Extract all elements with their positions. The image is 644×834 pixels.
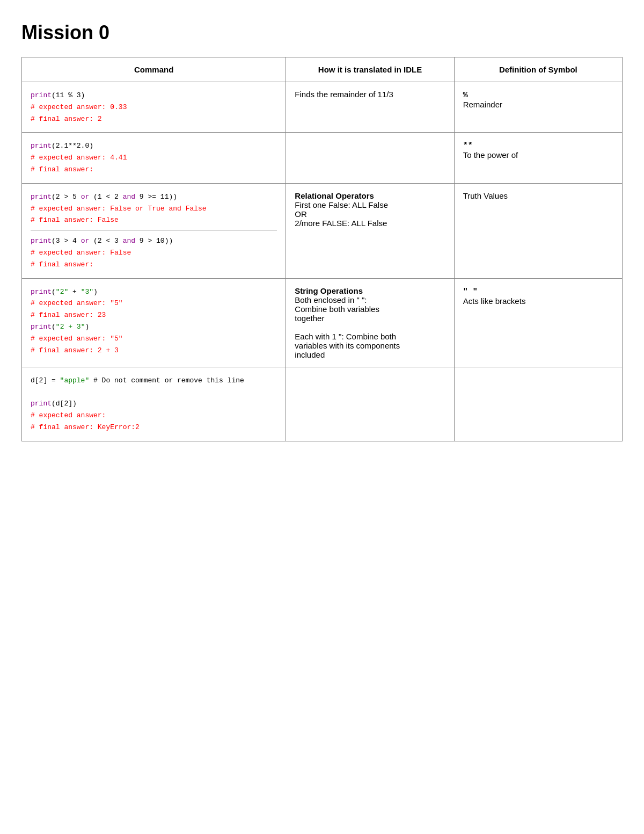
code-comment-line: # final answer: 23	[31, 311, 106, 319]
code-comment-line: # final answer:	[31, 165, 93, 173]
translated-line: Each with 1 ": Combine both	[295, 332, 396, 341]
table-row: print("2" + "3") # expected answer: "5" …	[22, 278, 623, 367]
code-comment-line: # final answer: KeyError:2	[31, 423, 140, 431]
table-row: print(11 % 3) # expected answer: 0.33 # …	[22, 82, 623, 133]
command-cell-dict: d[2] = "apple" # Do not comment or remov…	[22, 367, 286, 441]
code-comment-line: # final answer:	[31, 260, 93, 269]
code-line: print("2 + 3")	[31, 323, 89, 331]
translated-line: 2/more FALSE: ALL False	[295, 219, 387, 228]
code-comment-line: # expected answer: "5"	[31, 335, 123, 343]
definition-cell-power: ** To the power of	[454, 133, 622, 183]
code-line: print(d[2])	[31, 400, 77, 408]
translated-cell-string: String Operations Both enclosed in " ": …	[286, 278, 454, 367]
translated-title: String Operations	[295, 286, 363, 295]
code-comment-line: # final answer: 2 + 3	[31, 346, 119, 354]
table-row: print(2 > 5 or (1 < 2 and 9 >= 11)) # ex…	[22, 183, 623, 278]
translated-line: included	[295, 350, 325, 359]
header-translated: How it is translated in IDLE	[286, 57, 454, 82]
definition-cell-dict	[454, 367, 622, 441]
translated-line: First one False: ALL False	[295, 200, 388, 209]
translated-title: Relational Operators	[295, 191, 374, 200]
translated-cell-dict	[286, 367, 454, 441]
code-comment-line: # final answer: False	[31, 216, 119, 224]
translated-cell-remainder: Finds the remainder of 11/3	[286, 82, 454, 133]
definition-cell-remainder: % Remainder	[454, 82, 622, 133]
translated-line: variables with its components	[295, 341, 400, 350]
definition-text: Truth Values	[463, 191, 508, 200]
translated-line: OR	[295, 209, 307, 219]
code-comment-line: # expected answer: "5"	[31, 299, 123, 307]
header-command: Command	[22, 57, 286, 82]
definition-cell-string: " " Acts like brackets	[454, 278, 622, 367]
code-line: print(2.1**2.0)	[31, 142, 93, 150]
definition-symbol: **	[463, 141, 473, 150]
code-comment-line: # expected answer: 0.33	[31, 103, 127, 111]
translated-line: Both enclosed in " ":	[295, 295, 367, 304]
table-row: print(2.1**2.0) # expected answer: 4.41 …	[22, 133, 623, 183]
code-comment-line: # expected answer: False	[31, 249, 131, 257]
code-line: print("2" + "3")	[31, 288, 98, 296]
code-line: print(3 > 4 or (2 < 3 and 9 > 10))	[31, 237, 173, 245]
code-line: print(11 % 3)	[31, 91, 85, 99]
command-cell-remainder: print(11 % 3) # expected answer: 0.33 # …	[22, 82, 286, 133]
page-title: Mission 0	[21, 21, 623, 44]
code-comment-line: # expected answer: 4.41	[31, 154, 127, 162]
command-cell-power: print(2.1**2.0) # expected answer: 4.41 …	[22, 133, 286, 183]
code-line: d[2] = "apple" # Do not comment or remov…	[31, 376, 244, 385]
table-header-row: Command How it is translated in IDLE Def…	[22, 57, 623, 82]
code-line: print(2 > 5 or (1 < 2 and 9 >= 11))	[31, 193, 177, 201]
translated-cell-power	[286, 133, 454, 183]
header-definition: Definition of Symbol	[454, 57, 622, 82]
definition-symbol: %	[463, 91, 468, 100]
definition-text: To the power of	[463, 150, 518, 159]
command-cell-string: print("2" + "3") # expected answer: "5" …	[22, 278, 286, 367]
translated-line: together	[295, 314, 324, 323]
main-table: Command How it is translated in IDLE Def…	[21, 57, 623, 441]
translated-text: Finds the remainder of 11/3	[295, 90, 393, 99]
command-cell-relational: print(2 > 5 or (1 < 2 and 9 >= 11)) # ex…	[22, 183, 286, 278]
translated-line: Combine both variables	[295, 304, 379, 314]
code-comment-line: # expected answer:	[31, 411, 106, 419]
cell-divider	[31, 230, 277, 231]
definition-text: Remainder	[463, 100, 502, 109]
code-comment-line: # expected answer: False or True and Fal…	[31, 205, 207, 213]
definition-symbol: " "	[463, 287, 478, 296]
definition-cell-relational: Truth Values	[454, 183, 622, 278]
table-row: d[2] = "apple" # Do not comment or remov…	[22, 367, 623, 441]
translated-cell-relational: Relational Operators First one False: AL…	[286, 183, 454, 278]
definition-text: Acts like brackets	[463, 296, 526, 306]
code-comment-line: # final answer: 2	[31, 115, 102, 123]
